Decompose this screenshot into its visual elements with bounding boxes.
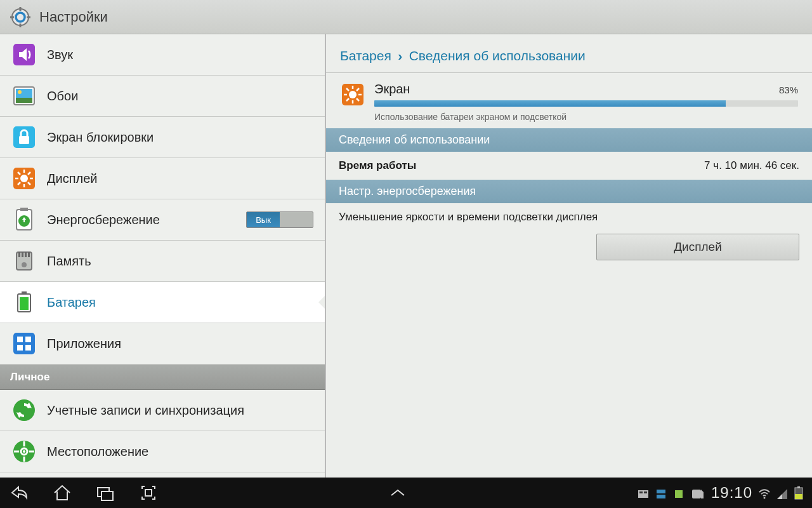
svg-rect-4 xyxy=(27,16,30,18)
status-icon-3 xyxy=(673,487,684,498)
sidebar-item-accounts[interactable]: Учетные записи и синхронизация xyxy=(0,390,325,431)
powersaving-toggle[interactable]: Вык xyxy=(246,211,313,228)
screenshot-icon[interactable] xyxy=(138,483,159,503)
sidebar-item-display[interactable]: Дисплей xyxy=(0,158,325,199)
svg-rect-28 xyxy=(22,252,23,257)
sidebar-item-label: Звук xyxy=(47,48,73,62)
svg-rect-3 xyxy=(10,16,14,18)
svg-rect-70 xyxy=(797,486,800,488)
svg-rect-62 xyxy=(639,491,643,493)
location-icon xyxy=(11,439,37,464)
lock-icon xyxy=(11,124,37,150)
svg-point-68 xyxy=(764,497,766,499)
svg-rect-34 xyxy=(20,297,29,310)
svg-rect-64 xyxy=(657,490,665,493)
sidebar-item-label: Местоположение xyxy=(47,444,148,459)
svg-rect-59 xyxy=(102,491,113,500)
sidebar-item-label: Память xyxy=(47,254,91,269)
svg-point-14 xyxy=(20,175,28,182)
clock: 19:10 xyxy=(711,484,752,502)
wifi-icon xyxy=(759,487,770,498)
gear-icon xyxy=(10,7,30,27)
svg-rect-67 xyxy=(692,490,701,498)
battery-status-icon xyxy=(794,486,803,500)
app-header: Настройки xyxy=(0,0,812,34)
apps-icon xyxy=(11,331,37,356)
usage-desc: Использование батареи экраном и подсветк… xyxy=(374,112,798,122)
runtime-row: Время работы 7 ч. 10 мин. 46 сек. xyxy=(326,152,812,180)
usage-item[interactable]: Экран 83% Использование батареи экраном … xyxy=(326,73,812,128)
svg-rect-61 xyxy=(638,490,648,498)
section-power-settings: Настр. энергосбережения xyxy=(326,180,812,203)
sidebar-item-label: Энергосбережение xyxy=(47,213,160,227)
chevron-right-icon: › xyxy=(398,48,402,63)
sidebar-item-location[interactable]: Местоположение xyxy=(0,431,325,472)
svg-rect-39 xyxy=(25,345,31,351)
svg-point-40 xyxy=(13,399,35,421)
svg-rect-35 xyxy=(13,333,35,354)
sidebar-item-lockscreen[interactable]: Экран блокировки xyxy=(0,117,325,158)
usage-name: Экран xyxy=(374,82,410,97)
svg-rect-29 xyxy=(25,252,27,257)
display-button[interactable]: Дисплей xyxy=(596,234,799,260)
storage-icon xyxy=(11,248,37,274)
svg-rect-66 xyxy=(675,490,683,498)
sidebar-item-label: Обои xyxy=(47,89,78,104)
status-icon-2 xyxy=(655,487,667,498)
sidebar-item-apps[interactable]: Приложения xyxy=(0,323,325,364)
runtime-label: Время работы xyxy=(339,159,416,172)
sidebar-item-label: Учетные записи и синхронизация xyxy=(47,403,244,418)
sidebar-item-sound[interactable]: Звук xyxy=(0,34,325,76)
sidebar-item-wallpaper[interactable]: Обои xyxy=(0,76,325,117)
crumb-usage: Сведения об использовании xyxy=(409,48,586,63)
recycle-icon xyxy=(11,207,37,232)
svg-rect-71 xyxy=(795,494,802,499)
sidebar-item-label: Батарея xyxy=(47,295,96,310)
svg-rect-1 xyxy=(20,7,22,11)
display-icon xyxy=(11,166,37,191)
wallpaper-icon xyxy=(11,83,37,109)
runtime-value: 7 ч. 10 мин. 46 сек. xyxy=(704,159,799,172)
recent-icon[interactable] xyxy=(95,483,115,503)
svg-rect-33 xyxy=(22,291,27,295)
svg-rect-38 xyxy=(17,345,23,351)
svg-point-0 xyxy=(12,9,29,25)
system-navbar: 19:10 xyxy=(0,478,812,508)
sidebar-item-label: Дисплей xyxy=(47,171,98,186)
sim-icon xyxy=(691,487,705,498)
app-title: Настройки xyxy=(39,9,108,25)
svg-rect-2 xyxy=(20,23,22,27)
sidebar-section-personal: Личное xyxy=(0,364,325,390)
svg-rect-24 xyxy=(20,208,28,211)
svg-point-31 xyxy=(22,262,27,267)
svg-rect-30 xyxy=(28,252,30,257)
settings-sidebar: .com Звук Обои Экран блокировки xyxy=(0,34,326,478)
svg-rect-37 xyxy=(25,337,31,342)
svg-rect-60 xyxy=(145,490,152,496)
svg-rect-27 xyxy=(18,252,20,257)
battery-icon xyxy=(11,290,37,315)
signal-icon xyxy=(776,487,788,498)
screen-usage-icon xyxy=(340,82,365,107)
sidebar-item-powersaving[interactable]: Энергосбережение Вык xyxy=(0,199,325,241)
crumb-battery[interactable]: Батарея xyxy=(340,48,391,63)
home-icon[interactable] xyxy=(52,483,72,503)
svg-rect-9 xyxy=(16,98,32,103)
usage-bar xyxy=(374,100,798,107)
svg-point-43 xyxy=(23,450,25,453)
content-pane: Батарея › Сведения об использовании Экра… xyxy=(326,34,812,478)
svg-rect-65 xyxy=(657,495,665,498)
toggle-off-label: Вык xyxy=(247,212,280,227)
sidebar-item-label: Экран блокировки xyxy=(47,130,154,145)
back-icon[interactable] xyxy=(9,483,29,503)
expand-icon[interactable] xyxy=(388,483,408,503)
status-tray[interactable]: 19:10 xyxy=(638,484,803,502)
sidebar-item-storage[interactable]: Память xyxy=(0,241,325,282)
svg-rect-12 xyxy=(19,136,29,144)
sidebar-item-label: Приложения xyxy=(47,337,121,351)
svg-point-49 xyxy=(349,91,357,98)
power-note: Уменьшение яркости и времени подсветки д… xyxy=(326,203,812,231)
status-icon-1 xyxy=(638,487,649,498)
svg-rect-36 xyxy=(17,337,23,342)
sidebar-item-battery[interactable]: Батарея xyxy=(0,282,325,323)
